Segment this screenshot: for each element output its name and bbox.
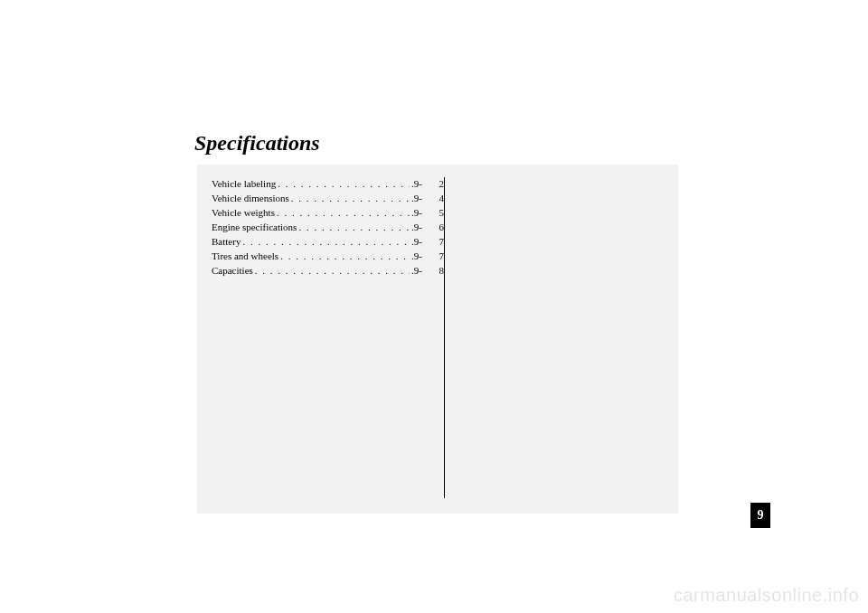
toc-label: Engine specifications — [212, 221, 297, 235]
toc-label: Vehicle weights — [212, 206, 275, 221]
toc-page: 2 — [426, 177, 444, 192]
page-title: Specifications — [194, 131, 320, 156]
toc-row: Battery . . . . . . . . . . . . . . . . … — [212, 235, 444, 250]
toc-dots: . . . . . . . . . . . . . . . . . . . . … — [280, 250, 410, 264]
toc-section: .9- — [411, 235, 422, 250]
toc-dots: . . . . . . . . . . . . . . . . . . . . … — [278, 177, 410, 192]
toc-page: 8 — [426, 264, 444, 278]
toc-label: Vehicle labeling — [212, 177, 276, 192]
toc-section: .9- — [411, 177, 422, 192]
toc-label: Vehicle dimensions — [212, 192, 289, 206]
toc-column: Vehicle labeling . . . . . . . . . . . .… — [212, 177, 445, 498]
page-container: Specifications Vehicle labeling . . . . … — [0, 0, 868, 613]
content-box: Vehicle labeling . . . . . . . . . . . .… — [197, 165, 678, 514]
toc-page: 5 — [426, 206, 444, 221]
toc-dots: . . . . . . . . . . . . . . . . . . . . … — [242, 235, 410, 250]
toc-section: .9- — [411, 206, 422, 221]
toc-row: Vehicle labeling . . . . . . . . . . . .… — [212, 177, 444, 192]
page-tab: 9 — [750, 503, 770, 528]
toc-row: Capacities . . . . . . . . . . . . . . .… — [212, 264, 444, 278]
toc-dots: . . . . . . . . . . . . . . . . . . . . … — [291, 192, 410, 206]
toc-row: Engine specifications . . . . . . . . . … — [212, 221, 444, 235]
toc-section: .9- — [411, 192, 422, 206]
toc-page: 7 — [426, 235, 444, 250]
toc-label: Tires and wheels — [212, 250, 278, 264]
toc-dots: . . . . . . . . . . . . . . . . . . . . … — [298, 221, 410, 235]
toc-row: Vehicle dimensions . . . . . . . . . . .… — [212, 192, 444, 206]
toc-label: Capacities — [212, 264, 253, 278]
toc-dots: . . . . . . . . . . . . . . . . . . . . … — [255, 264, 410, 278]
toc-row: Vehicle weights . . . . . . . . . . . . … — [212, 206, 444, 221]
toc-section: .9- — [411, 221, 422, 235]
toc-row: Tires and wheels . . . . . . . . . . . .… — [212, 250, 444, 264]
toc-page: 4 — [426, 192, 444, 206]
toc-page: 6 — [426, 221, 444, 235]
toc-label: Battery — [212, 235, 241, 250]
toc-section: .9- — [411, 250, 422, 264]
toc-section: .9- — [411, 264, 422, 278]
watermark: carmanualsonline.info — [674, 585, 859, 606]
toc-page: 7 — [426, 250, 444, 264]
toc-dots: . . . . . . . . . . . . . . . . . . . . … — [277, 206, 410, 221]
